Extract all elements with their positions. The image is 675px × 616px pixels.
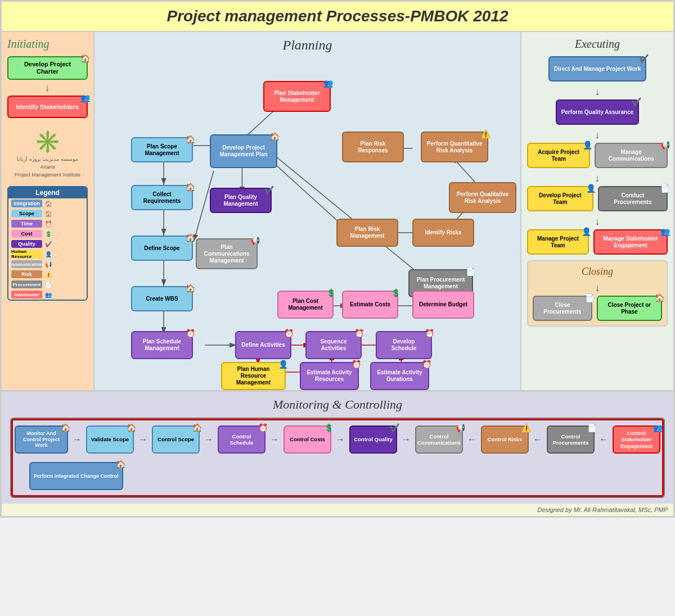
acquire-team-label: Acquire Project Team [533, 149, 584, 162]
arrow-mon-4: → [270, 434, 279, 445]
identify-risks-box[interactable]: Identify Risks [412, 219, 474, 247]
control-risks-box[interactable]: Control Risks ⚠️ [481, 425, 529, 454]
collect-requirements-box[interactable]: Collect Requirements 🏠 [131, 185, 193, 210]
manage-communications-box[interactable]: Manage Communications 📢 [595, 143, 668, 168]
develop-pm-plan-label: Develop Project Management Plan [214, 144, 273, 158]
plan-risk-mgmt-label: Plan Risk Management [341, 226, 394, 239]
manage-stakeholder-box[interactable]: Manage Stakeholder Engagement 👥 [593, 229, 668, 255]
perform-qual-risk-box[interactable]: Perform Qualitative Risk Analysis [449, 182, 516, 213]
perform-quant-risk-box[interactable]: Perform Quantitative Risk Analysis ⚠️ [421, 132, 488, 162]
planning-container: Plan Stakeholder Management 👥 Plan Risk … [100, 58, 515, 384]
monitoring-bottom: Perform Integrated Change Control 🏠 [29, 462, 657, 490]
legend-icon-hr: 👤 [45, 251, 52, 257]
manage-project-team-box[interactable]: Manage Project Team 👤 [527, 229, 589, 255]
estimate-costs-icon: 💲 [391, 288, 400, 298]
logo-text-arabic: موسسه مدیریت پروژه آریانا [7, 156, 88, 162]
exec-arrow-4: ↓ [527, 216, 668, 228]
page-title: Project management Processes-PMBOK 2012 [7, 7, 668, 25]
identify-stakeholders-box[interactable]: Identify Stakeholders 👥 [7, 96, 88, 118]
control-risks-icon: ⚠️ [521, 423, 531, 433]
control-scope-box[interactable]: Control Scope 🏠 [152, 425, 200, 454]
legend-icon-procurement: 📄 [45, 282, 52, 288]
legend-box: Legend Integration 🏠 Scope 🏠 Time ⏰ Cost… [7, 186, 88, 301]
control-communications-box[interactable]: Control Communications 📢 [415, 425, 463, 454]
acquire-team-box[interactable]: Acquire Project Team 👤 [527, 143, 590, 168]
perform-integrated-box[interactable]: Perform Integrated Change Control 🏠 [29, 462, 123, 490]
plan-risk-responses-box[interactable]: Plan Risk Responses [342, 132, 404, 162]
svg-line-24 [276, 157, 424, 278]
legend-color-quality: Quality [11, 240, 42, 248]
close-procurements-box[interactable]: Close Procurements 📄 [533, 296, 592, 321]
develop-pm-plan-box[interactable]: Develop Project Management Plan 🏠 [210, 134, 277, 168]
estimate-resources-label: Estimate Activity Resources [304, 369, 354, 383]
monitor-control-box[interactable]: Monitor And Control Project Work 🏠 [15, 425, 68, 454]
close-project-box[interactable]: Close Project or Phase 🏠 [597, 296, 662, 321]
estimate-costs-box[interactable]: Estimate Costs 💲 [342, 291, 398, 319]
plan-schedule-box[interactable]: Plan Schedule Management ⏰ [131, 331, 193, 359]
exec-row-2: Perform Quality Assurance ✔️ [527, 99, 668, 125]
control-stakeholder-label: Control Stakeholder Engagement [617, 430, 656, 449]
perform-integrated-label: Perform Integrated Change Control [34, 473, 119, 479]
plan-risk-mgmt-box[interactable]: Plan Risk Management [336, 219, 398, 247]
control-costs-box[interactable]: Control Costs 💲 [284, 425, 331, 454]
plan-quality-box[interactable]: Plan Quality Management ✔️ [210, 188, 272, 213]
sequence-activities-box[interactable]: Sequence Activities ⏰ [305, 331, 362, 359]
control-stakeholder-box[interactable]: Control Stakeholder Engagement 👥 [613, 425, 660, 454]
arrow-mon-8: ← [533, 434, 542, 445]
plan-scope-box[interactable]: Plan Scope Management 🏠 [131, 137, 193, 162]
legend-color-scope: Scope [11, 210, 42, 218]
legend-color-procurement: Procurement [11, 280, 42, 288]
main-content: Initiating Develop Project Charter 🏠 ↓ I… [2, 32, 673, 390]
logo-text-english: Ariana [7, 164, 88, 170]
control-schedule-box[interactable]: Control Schedule ⏰ [218, 425, 266, 454]
plan-hr-box[interactable]: Plan Human Resource Management 👤 [221, 362, 286, 390]
estimate-resources-box[interactable]: Estimate Activity Resources ⏰ [300, 362, 359, 390]
estimate-durations-box[interactable]: Estimate Activity Durations ⏰ [370, 362, 429, 390]
estimate-durations-icon: ⏰ [422, 360, 431, 369]
legend-color-hr: Human Resource [11, 250, 42, 258]
create-wbs-box[interactable]: Create WBS 🏠 [131, 286, 193, 311]
footer: Designed by Mr. Ali Rahmatitavakal, MSc,… [2, 504, 673, 516]
manage-project-team-label: Manage Project Team [533, 235, 583, 249]
develop-team-box[interactable]: Develop Project Team 👤 [527, 186, 593, 211]
plan-hr-icon: 👤 [278, 360, 288, 369]
legend-icon-time: ⏰ [45, 221, 52, 227]
plan-quality-icon: ✔️ [264, 185, 274, 195]
control-procurements-box[interactable]: Control Procurements 📄 [547, 425, 595, 454]
validate-scope-icon: 🏠 [127, 423, 136, 433]
develop-pm-plan-icon: 🏠 [270, 132, 280, 142]
legend-icon-integration: 🏠 [45, 201, 52, 207]
footer-text: Designed by Mr. Ali Rahmatitavakal, MSc,… [538, 506, 668, 513]
control-quality-box[interactable]: Control Quality ✔️ [349, 425, 397, 454]
acquire-team-icon: 👤 [583, 141, 592, 150]
arrow-mon-7: ← [467, 434, 476, 445]
define-scope-box[interactable]: Define Scope 🏠 [131, 235, 193, 261]
collect-requirements-icon: 🏠 [186, 183, 195, 192]
arrow-mon-3: → [204, 434, 213, 445]
validate-scope-box[interactable]: Validate Scope 🏠 [86, 425, 134, 454]
legend-color-risk: Risk [11, 270, 42, 278]
legend-icon-cost: 💲 [45, 231, 52, 237]
perform-quality-box[interactable]: Perform Quality Assurance ✔️ [556, 99, 640, 125]
perform-quality-label: Perform Quality Assurance [561, 109, 634, 116]
arrow-mon-6: → [402, 434, 411, 445]
plan-schedule-label: Plan Schedule Management [136, 338, 188, 352]
develop-schedule-box[interactable]: Develop Schedule ⏰ [376, 331, 432, 359]
exec-arrow-2: ↓ [527, 129, 668, 141]
plan-communications-box[interactable]: Plan Communications Management 📢 [196, 238, 258, 269]
control-risks-label: Control Risks [488, 436, 523, 442]
plan-risk-responses-label: Plan Risk Responses [346, 141, 399, 154]
page-wrapper: Project management Processes-PMBOK 2012 … [0, 0, 675, 518]
determine-budget-box[interactable]: Determine Budget [412, 291, 474, 319]
plan-procurement-icon: 📄 [466, 267, 475, 277]
perform-integrated-icon: 🏠 [116, 460, 125, 469]
plan-stakeholder-box[interactable]: Plan Stakeholder Management 👥 [263, 81, 331, 112]
perform-qual-risk-label: Perform Qualitative Risk Analysis [453, 191, 512, 205]
conduct-procurements-box[interactable]: Conduct Procurements 📄 [598, 186, 668, 211]
direct-manage-box[interactable]: Direct And Manage Project Work ✔️ [548, 56, 646, 81]
develop-schedule-icon: ⏰ [425, 329, 434, 338]
develop-charter-box[interactable]: Develop Project Charter 🏠 [7, 56, 88, 80]
define-activities-box[interactable]: Define Activities ⏰ [235, 331, 291, 359]
perform-quality-icon: ✔️ [632, 97, 641, 107]
plan-cost-box[interactable]: Plan Cost Management 💲 [277, 291, 334, 319]
